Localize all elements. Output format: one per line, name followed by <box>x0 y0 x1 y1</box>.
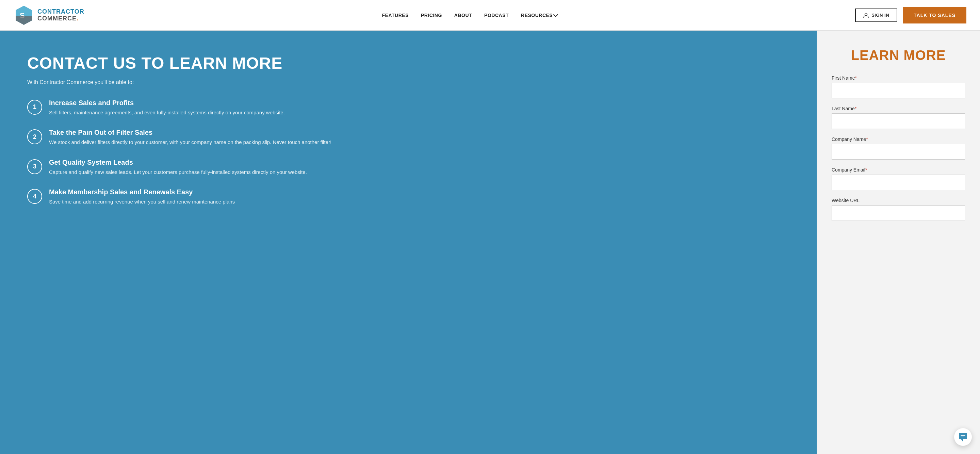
page-title: CONTACT US TO LEARN MORE <box>27 54 796 72</box>
feature-number-3: 3 <box>27 159 42 174</box>
feature-content-1: Increase Sales and Profits Sell filters,… <box>49 99 285 117</box>
company-name-input[interactable] <box>832 144 965 159</box>
header-actions: SIGN IN TALK TO SALES <box>855 7 966 24</box>
website-url-label: Website URL <box>832 198 965 203</box>
user-icon <box>863 13 869 18</box>
required-star: * <box>866 137 868 142</box>
chat-icon <box>958 432 968 442</box>
required-star: * <box>855 75 856 81</box>
feature-desc-2: We stock and deliver filters directly to… <box>49 139 331 147</box>
header: S CONTRACTOR COMMERCE. FEATURES PRICING … <box>0 0 980 30</box>
first-name-input[interactable] <box>832 83 965 98</box>
feature-desc-1: Sell filters, maintenance agreements, an… <box>49 109 285 117</box>
chat-bubble[interactable] <box>954 428 972 446</box>
nav-item-pricing[interactable]: PRICING <box>421 13 442 18</box>
subtitle: With Contractor Commerce you'll be able … <box>27 79 796 85</box>
feature-title-4: Make Membership Sales and Renewals Easy <box>49 188 235 196</box>
contact-form: First Name* Last Name* Company Name* <box>832 75 965 221</box>
chevron-down-icon <box>553 12 558 17</box>
logo-text-top: CONTRACTOR <box>37 8 84 15</box>
company-name-label: Company Name* <box>832 137 965 142</box>
website-url-input[interactable] <box>832 205 965 221</box>
website-url-group: Website URL <box>832 198 965 221</box>
feature-number-2: 2 <box>27 129 42 144</box>
company-email-label: Company Email* <box>832 167 965 172</box>
feature-number-1: 1 <box>27 100 42 115</box>
nav-item-resources[interactable]: RESOURCES <box>521 13 557 18</box>
left-panel: CONTACT US TO LEARN MORE With Contractor… <box>0 30 817 454</box>
logo[interactable]: S CONTRACTOR COMMERCE. <box>14 5 84 25</box>
required-star: * <box>855 106 856 111</box>
main-nav: FEATURES PRICING ABOUT PODCAST RESOURCES <box>382 13 558 18</box>
nav-item-podcast[interactable]: PODCAST <box>484 13 509 18</box>
logo-text: CONTRACTOR COMMERCE. <box>37 8 84 22</box>
svg-point-4 <box>865 13 867 15</box>
talk-to-sales-button[interactable]: TALK TO SALES <box>903 7 966 24</box>
feature-desc-3: Capture and qualify new sales leads. Let… <box>49 169 307 176</box>
feature-title-3: Get Quality System Leads <box>49 159 307 166</box>
feature-number-4: 4 <box>27 189 42 204</box>
company-email-group: Company Email* <box>832 167 965 190</box>
feature-content-4: Make Membership Sales and Renewals Easy … <box>49 188 235 206</box>
sign-in-button[interactable]: SIGN IN <box>855 8 897 22</box>
feature-title-2: Take the Pain Out of Filter Sales <box>49 129 331 137</box>
first-name-group: First Name* <box>832 75 965 98</box>
form-title: LEARN MORE <box>832 48 965 63</box>
last-name-input[interactable] <box>832 113 965 129</box>
list-item: 4 Make Membership Sales and Renewals Eas… <box>27 188 796 206</box>
main-content: CONTACT US TO LEARN MORE With Contractor… <box>0 30 980 454</box>
list-item: 2 Take the Pain Out of Filter Sales We s… <box>27 129 796 147</box>
last-name-label: Last Name* <box>832 106 965 111</box>
list-item: 1 Increase Sales and Profits Sell filter… <box>27 99 796 117</box>
sign-in-label: SIGN IN <box>872 13 889 18</box>
required-star: * <box>865 167 867 172</box>
feature-desc-4: Save time and add recurring revenue when… <box>49 198 235 206</box>
nav-item-about[interactable]: ABOUT <box>454 13 472 18</box>
svg-marker-3 <box>16 16 32 25</box>
feature-list: 1 Increase Sales and Profits Sell filter… <box>27 99 796 206</box>
first-name-label: First Name* <box>832 75 965 81</box>
logo-icon: S <box>14 5 34 25</box>
feature-content-3: Get Quality System Leads Capture and qua… <box>49 159 307 176</box>
svg-rect-7 <box>961 435 966 436</box>
nav-item-features[interactable]: FEATURES <box>382 13 409 18</box>
last-name-group: Last Name* <box>832 106 965 129</box>
list-item: 3 Get Quality System Leads Capture and q… <box>27 159 796 176</box>
logo-text-bottom: COMMERCE. <box>37 15 84 22</box>
feature-content-2: Take the Pain Out of Filter Sales We sto… <box>49 129 331 147</box>
svg-marker-6 <box>961 439 963 442</box>
svg-rect-5 <box>959 433 967 439</box>
company-email-input[interactable] <box>832 175 965 190</box>
svg-rect-8 <box>961 436 964 437</box>
company-name-group: Company Name* <box>832 137 965 159</box>
feature-title-1: Increase Sales and Profits <box>49 99 285 107</box>
right-panel: LEARN MORE First Name* Last Name* Compan… <box>817 30 980 454</box>
